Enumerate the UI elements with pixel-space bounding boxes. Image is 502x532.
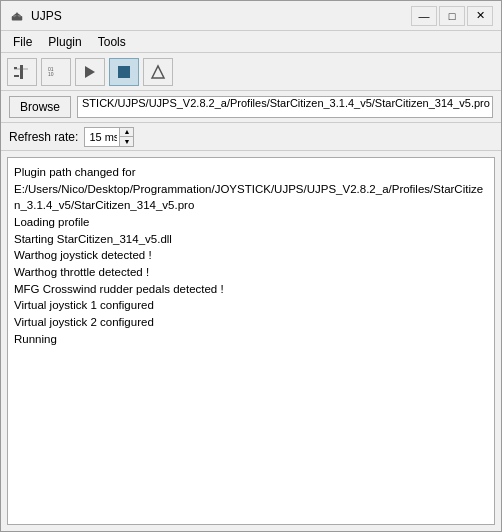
log-area: Plugin path changed for E:/Users/Nico/De…	[7, 157, 495, 525]
flag-button[interactable]	[143, 58, 173, 86]
log-line: Running	[14, 331, 488, 348]
svg-rect-6	[20, 65, 23, 79]
spinner-up-button[interactable]: ▲	[119, 128, 133, 138]
refresh-label: Refresh rate:	[9, 130, 78, 144]
app-icon	[9, 8, 25, 24]
spinner-down-button[interactable]: ▼	[119, 137, 133, 146]
maximize-button[interactable]: □	[439, 6, 465, 26]
svg-rect-12	[118, 66, 130, 78]
title-bar: UJPS — □ ✕	[1, 1, 501, 31]
log-line: Warthog throttle detected !	[14, 264, 488, 281]
svg-marker-13	[152, 66, 164, 78]
menu-plugin[interactable]: Plugin	[40, 33, 89, 51]
log-line: MFG Crosswind rudder pedals detected !	[14, 281, 488, 298]
menu-tools[interactable]: Tools	[90, 33, 134, 51]
browse-button[interactable]: Browse	[9, 96, 71, 118]
refresh-bar: Refresh rate: ▲ ▼	[1, 123, 501, 151]
log-line: Warthog joystick detected !	[14, 247, 488, 264]
toolbar: 01 10	[1, 53, 501, 91]
stop-button[interactable]	[109, 58, 139, 86]
log-line: Loading profile	[14, 214, 488, 231]
play-button[interactable]	[75, 58, 105, 86]
svg-rect-4	[15, 13, 19, 15]
log-line: Plugin path changed for E:/Users/Nico/De…	[14, 164, 488, 214]
svg-rect-7	[14, 75, 19, 77]
log-line: Virtual joystick 2 configured	[14, 314, 488, 331]
filepath-input[interactable]: STICK/UJPS/UJPS_V2.8.2_a/Profiles/StarCi…	[77, 96, 493, 118]
svg-rect-8	[14, 68, 28, 70]
window-title: UJPS	[31, 9, 411, 23]
settings-button[interactable]	[7, 58, 37, 86]
minimize-button[interactable]: —	[411, 6, 437, 26]
svg-text:10: 10	[48, 71, 54, 77]
log-line: Starting StarCitizen_314_v5.dll	[14, 231, 488, 248]
refresh-spinner[interactable]: ▲ ▼	[84, 127, 134, 147]
window-controls: — □ ✕	[411, 6, 493, 26]
main-window: UJPS — □ ✕ File Plugin Tools 01 10	[0, 0, 502, 532]
menu-file[interactable]: File	[5, 33, 40, 51]
spinner-arrows: ▲ ▼	[119, 128, 133, 146]
filepath-bar: Browse STICK/UJPS/UJPS_V2.8.2_a/Profiles…	[1, 91, 501, 123]
log-line: Virtual joystick 1 configured	[14, 297, 488, 314]
svg-marker-11	[85, 66, 95, 78]
menu-bar: File Plugin Tools	[1, 31, 501, 53]
data-button[interactable]: 01 10	[41, 58, 71, 86]
close-button[interactable]: ✕	[467, 6, 493, 26]
